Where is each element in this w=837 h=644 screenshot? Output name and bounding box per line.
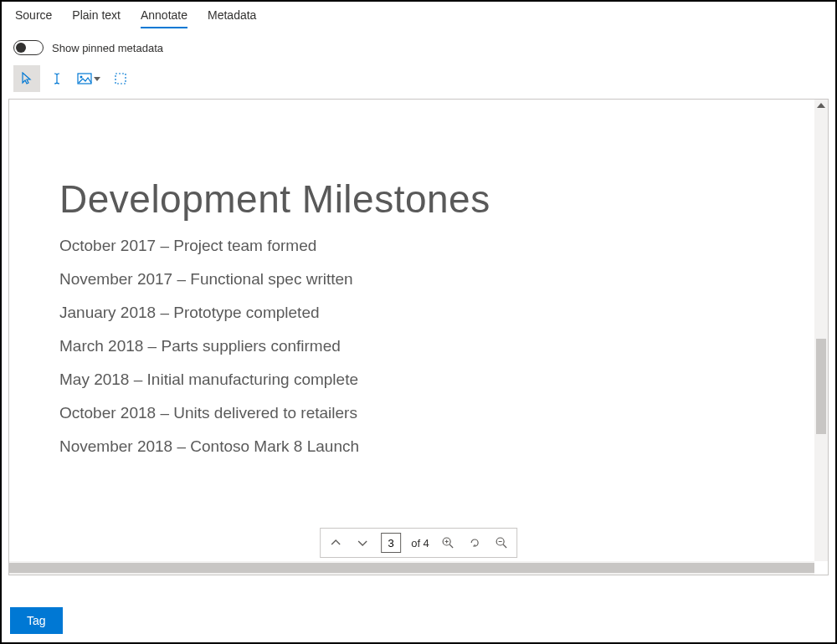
horizontal-scrollbar[interactable]	[9, 561, 814, 575]
show-pinned-metadata-toggle[interactable]	[13, 40, 44, 55]
image-icon	[77, 72, 92, 85]
zoom-in-icon	[441, 536, 454, 549]
rotate-button[interactable]	[466, 534, 483, 551]
document-title: Development Milestones	[59, 176, 778, 222]
cursor-icon	[20, 72, 33, 85]
text-cursor-icon	[50, 72, 64, 85]
page-navigator: of 4	[320, 528, 517, 558]
rotate-icon	[468, 536, 481, 549]
region-tool-button[interactable]	[107, 65, 134, 92]
zoom-out-button[interactable]	[493, 534, 510, 551]
milestone-item: March 2018 – Parts suppliers confirmed	[59, 337, 778, 355]
toggle-label: Show pinned metadata	[52, 42, 163, 54]
tab-bar: Source Plain text Annotate Metadata	[2, 2, 835, 28]
tab-plain-text[interactable]: Plain text	[72, 8, 121, 28]
document-content: Development Milestones October 2017 – Pr…	[9, 100, 828, 488]
page-total-label: of 4	[411, 537, 429, 549]
tab-source[interactable]: Source	[15, 8, 52, 28]
milestone-item: November 2017 – Functional spec written	[59, 270, 778, 289]
svg-rect-2	[116, 74, 126, 84]
tag-button[interactable]: Tag	[10, 607, 63, 634]
vertical-scrollbar[interactable]	[814, 100, 828, 561]
svg-point-1	[80, 76, 83, 79]
tab-metadata[interactable]: Metadata	[208, 8, 256, 28]
scrollbar-thumb[interactable]	[816, 339, 826, 434]
image-tool-dropdown[interactable]	[74, 72, 104, 85]
milestone-item: January 2018 – Prototype completed	[59, 304, 778, 322]
toggle-knob	[16, 43, 26, 53]
triangle-up-icon	[817, 103, 825, 108]
document-viewer: Development Milestones October 2017 – Pr…	[8, 99, 829, 575]
current-page-input[interactable]	[381, 533, 401, 553]
milestone-item: October 2018 – Units delivered to retail…	[59, 404, 778, 422]
text-tool-button[interactable]	[44, 65, 70, 92]
previous-page-button[interactable]	[327, 534, 344, 551]
milestone-item: October 2017 – Project team formed	[59, 237, 778, 255]
chevron-down-icon	[94, 77, 100, 81]
chevron-up-icon	[330, 537, 341, 549]
annotation-toolbar	[2, 62, 835, 99]
region-select-icon	[114, 72, 127, 85]
scroll-up-button[interactable]	[814, 100, 828, 111]
next-page-button[interactable]	[354, 534, 371, 551]
zoom-out-icon	[495, 536, 508, 549]
svg-line-8	[503, 544, 506, 548]
milestone-item: May 2018 – Initial manufacturing complet…	[59, 371, 778, 389]
scrollbar-thumb[interactable]	[9, 563, 814, 573]
select-tool-button[interactable]	[13, 65, 40, 92]
toggle-row: Show pinned metadata	[2, 28, 835, 62]
tab-annotate[interactable]: Annotate	[141, 8, 187, 28]
svg-line-4	[449, 544, 453, 548]
milestone-item: November 2018 – Contoso Mark 8 Launch	[59, 437, 778, 456]
zoom-in-button[interactable]	[439, 534, 456, 551]
chevron-down-icon	[357, 537, 368, 549]
